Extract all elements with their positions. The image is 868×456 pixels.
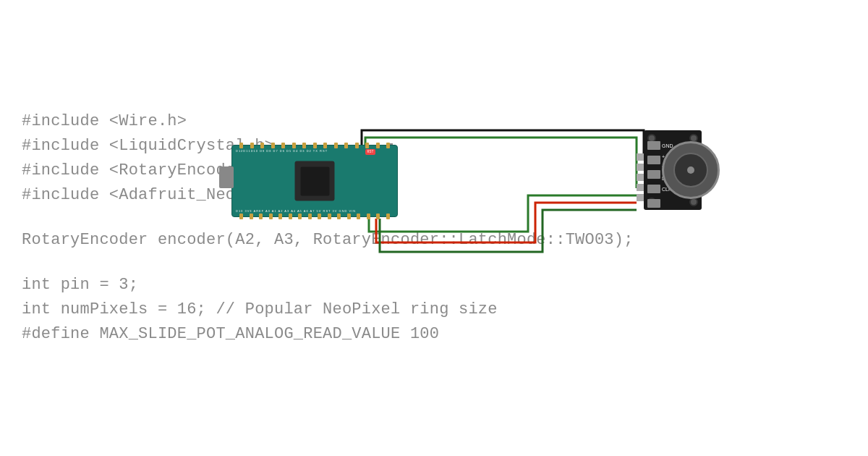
pin-dot <box>308 214 312 219</box>
pin-dot <box>357 214 360 219</box>
arduino-bottom-labels: D13 3V3 AREF A0 A1 A2 A3 A4 A5 A6 A7 5V … <box>236 209 356 213</box>
pin-dot <box>269 214 273 219</box>
pin-dot <box>365 143 369 148</box>
encoder-pins <box>647 141 660 208</box>
pin-dot <box>292 143 296 148</box>
pin-dot <box>367 214 370 219</box>
encoder-pin-plus <box>647 156 660 164</box>
pin-dot <box>355 143 359 148</box>
encoder-knob-outer <box>662 141 720 199</box>
pin-dot <box>386 143 390 148</box>
pin-dot <box>334 143 338 148</box>
pin-dot <box>289 214 292 219</box>
pin-dot <box>323 143 327 148</box>
pin-dot <box>347 214 351 219</box>
reset-button: RST <box>365 149 375 155</box>
usb-connector <box>219 166 234 188</box>
encoder-knob-inner <box>673 153 708 187</box>
arduino-chip-inner <box>300 166 329 195</box>
encoder-module: GND + SW DT CLK <box>590 130 702 217</box>
pin-dot <box>386 214 390 219</box>
pin-dot <box>271 143 275 148</box>
arduino-board: D12D11D10 D9 D8 D7 D6 D5 D4 D3 D2 TX RST… <box>231 145 398 217</box>
pin-row-top <box>239 143 390 148</box>
arduino-top-labels: D12D11D10 D9 D8 D7 D6 D5 D4 D3 D2 TX RST <box>236 149 328 153</box>
pin-dot <box>260 143 264 148</box>
code-line-7: int numPixels = 16; // Popular NeoPixel … <box>22 297 528 322</box>
pin-dot <box>302 143 306 148</box>
pin-dot <box>250 143 254 148</box>
pin-row-bottom <box>239 214 390 219</box>
arduino-chip <box>295 161 335 201</box>
pin-dot <box>250 214 253 219</box>
encoder-knob-dot <box>687 166 694 174</box>
pin-dot <box>281 143 285 148</box>
pin-dot <box>239 214 243 219</box>
encoder-pin-clk <box>647 199 660 208</box>
pin-dot <box>298 214 302 219</box>
encoder-pin-dt <box>647 185 660 193</box>
pin-dot <box>376 214 380 219</box>
pin-dot <box>344 143 348 148</box>
encoder-pin-sw <box>647 170 660 179</box>
circuit-area: D12D11D10 D9 D8 D7 D6 D5 D4 D3 D2 TX RST… <box>210 123 702 297</box>
pin-dot <box>328 214 331 219</box>
code-line-8: #define MAX_SLIDE_POT_ANALOG_READ_VALUE … <box>22 322 528 347</box>
pin-dot <box>259 214 263 219</box>
pin-dot <box>337 214 341 219</box>
pin-dot <box>278 214 282 219</box>
pin-dot <box>313 143 317 148</box>
pin-dot <box>318 214 321 219</box>
encoder-pin-gnd <box>647 141 660 150</box>
pin-dot <box>376 143 380 148</box>
pin-dot <box>239 143 243 148</box>
